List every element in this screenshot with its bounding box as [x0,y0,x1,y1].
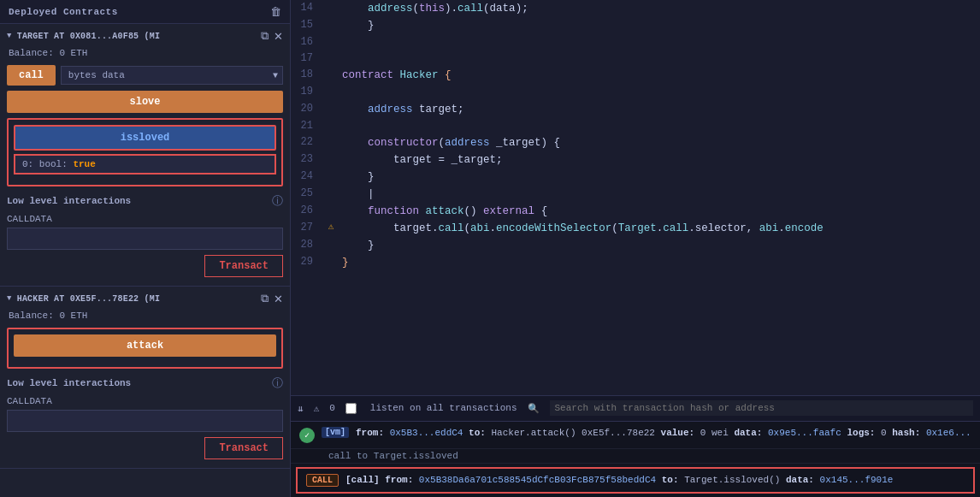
log-entry-call-label: call to Target.issloved [291,449,980,464]
code-line-24: 24 } [291,169,980,186]
code-editor: 14 address(this).call(data); 15 } 16 17 … [291,0,980,395]
hacker-transact-wrapper: Transact [7,437,283,459]
collapse-icon[interactable]: ⇊ [298,403,304,414]
right-panel: 14 address(this).call(data); 15 } 16 17 … [291,0,980,497]
result-bool-value: true [73,159,95,169]
search-input[interactable] [550,400,974,416]
bottom-bar: ⇊ ⚠ 0 listen on all transactions 🔍 [291,395,980,421]
code-line-15: 15 } [291,17,980,34]
hacker-chevron-icon: ▼ [7,294,12,303]
attack-button[interactable]: attack [14,334,276,357]
log-entry-call-detail: CALL [call] from: 0x5B38Da6a701c588545dC… [296,467,975,494]
hacker-title-row: ▼ HACKER AT 0XE5F...78E22 (MI ⧉ ✕ [7,292,283,305]
code-line-28: 28 } [291,237,980,254]
chevron-down-icon: ▼ [7,32,12,40]
hacker-low-level-title: Low level interactions [7,378,131,388]
target-balance: Balance: 0 ETH [7,48,283,58]
code-line-26: 26 function attack() external { [291,203,980,220]
code-line-29: 29 } [291,254,980,271]
code-line-19: 19 [291,84,980,100]
target-transact-button[interactable]: Transact [204,255,283,277]
issloved-button[interactable]: issloved [14,125,276,151]
attack-highlight-box: attack [7,328,283,369]
result-text: 0: bool: true [22,159,96,169]
code-line-23: 23 target = _target; [291,151,980,169]
target-contract-title: TARGET AT 0X081...A0F85 (MI [17,32,256,41]
code-line-21: 21 [291,118,980,134]
header-icons: 🗑 [270,5,281,18]
listen-checkbox[interactable] [345,403,357,414]
code-line-17: 17 [291,50,980,67]
log-area: ✓ [vm] from: 0x5B3...eddC4 to: Hacker.at… [291,421,980,497]
hacker-balance: Balance: 0 ETH [7,311,283,321]
code-line-14: 14 address(this).call(data); [291,0,980,17]
code-line-18: 18 contract Hacker { [291,67,980,84]
log-call-detail-text: [call] from: 0x5B38Da6a701c588545dCfcB03… [345,474,965,487]
hacker-calldata-label: CALLDATA [7,396,283,406]
log-call-label-text: call to Target.issloved [328,451,458,461]
code-line-16: 16 [291,34,980,50]
trash-icon[interactable]: 🗑 [270,5,281,18]
target-low-level-header: Low level interactions ⓘ [7,193,283,209]
target-low-level-title: Low level interactions [7,196,131,206]
hacker-contract-section: ▼ HACKER AT 0XE5F...78E22 (MI ⧉ ✕ Balanc… [0,287,290,469]
target-calldata-input[interactable] [7,228,283,250]
listen-label: listen on all transactions [370,403,517,413]
slove-button[interactable]: slove [7,91,283,113]
hacker-copy-icon[interactable]: ⧉ [261,292,269,305]
warning-icon: ⚠ [314,403,320,414]
hacker-info-icon: ⓘ [272,376,283,391]
warning-count: 0 [329,403,335,413]
hacker-transact-button[interactable]: Transact [204,437,283,459]
log-entry-vm: ✓ [vm] from: 0x5B3...eddC4 to: Hacker.at… [291,422,980,449]
close-icon[interactable]: ✕ [274,29,283,43]
deployed-contracts-header: Deployed Contracts 🗑 [0,0,290,24]
hacker-low-level-header: Low level interactions ⓘ [7,376,283,391]
hacker-title-icons: ⧉ ✕ [261,292,283,305]
target-transact-wrapper: Transact [7,255,283,277]
search-icon: 🔍 [528,403,540,414]
target-calldata-label: CALLDATA [7,214,283,224]
issloved-highlight-box: issloved 0: bool: true [7,118,283,186]
bytes-select-wrapper: bytes data ▼ [61,66,283,85]
code-line-22: 22 constructor(address _target) { [291,134,980,151]
code-line-20: 20 address target; [291,101,980,118]
deployed-contracts-title: Deployed Contracts [9,7,118,17]
target-title-icons: ⧉ ✕ [261,29,283,43]
hacker-close-icon[interactable]: ✕ [274,292,283,305]
code-line-27: 27 ⚠ target.call(abi.encodeWithSelector(… [291,220,980,237]
hacker-contract-title: HACKER AT 0XE5F...78E22 (MI [17,294,256,304]
copy-icon[interactable]: ⧉ [261,29,269,43]
target-title-row: ▼ TARGET AT 0X081...A0F85 (MI ⧉ ✕ [7,29,283,43]
log-tag-call: CALL [306,474,339,487]
target-call-row: call bytes data ▼ [7,65,283,86]
search-box [550,400,974,416]
hacker-calldata-input[interactable] [7,410,283,432]
target-contract-section: ▼ TARGET AT 0X081...A0F85 (MI ⧉ ✕ Balanc… [0,24,290,287]
target-call-button[interactable]: call [7,65,56,86]
issloved-result: 0: bool: true [14,154,276,175]
log-vm-text: from: 0x5B3...eddC4 to: Hacker.attack() … [356,427,971,440]
log-tag-vm: [vm] [322,427,349,438]
target-info-icon: ⓘ [272,193,283,209]
bytes-data-select[interactable]: bytes data [61,66,283,85]
left-panel: Deployed Contracts 🗑 ▼ TARGET AT 0X081..… [0,0,291,497]
code-line-25: 25 | [291,186,980,203]
log-success-icon: ✓ [299,428,315,443]
